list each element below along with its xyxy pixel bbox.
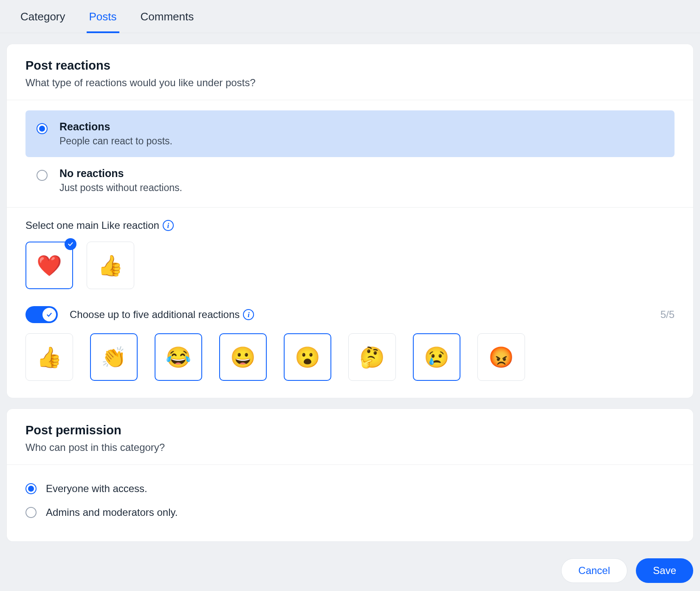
radio-icon bbox=[25, 483, 37, 494]
footer-actions: Cancel Save bbox=[0, 541, 700, 591]
post-reactions-card: Post reactions What type of reactions wo… bbox=[7, 44, 693, 398]
post-permission-subtitle: Who can post in this category? bbox=[25, 442, 675, 453]
reaction-joy[interactable]: 😂 bbox=[155, 333, 202, 381]
post-reactions-subtitle: What type of reactions would you like un… bbox=[25, 77, 675, 89]
post-permission-header: Post permission Who can post in this cat… bbox=[7, 409, 693, 465]
tabs-bar: Category Posts Comments bbox=[0, 0, 700, 33]
option-reactions-off[interactable]: No reactions Just posts without reaction… bbox=[25, 157, 675, 204]
additional-reactions-row: 👍 👏 😂 😀 😮 🤔 😢 bbox=[25, 333, 675, 381]
thinking-icon: 🤔 bbox=[359, 345, 385, 369]
additional-label-row: Choose up to five additional reactions i bbox=[70, 309, 254, 321]
additional-toggle-row: Choose up to five additional reactions i… bbox=[25, 306, 675, 323]
thumbs-up-icon: 👍 bbox=[98, 253, 123, 278]
toggle-knob bbox=[42, 308, 56, 321]
reaction-thinking[interactable]: 🤔 bbox=[348, 333, 396, 381]
permission-label: Admins and moderators only. bbox=[46, 507, 178, 518]
option-title: No reactions bbox=[59, 167, 182, 180]
reaction-clap[interactable]: 👏 bbox=[90, 333, 138, 381]
sad-icon: 😢 bbox=[424, 345, 449, 369]
radio-icon bbox=[25, 507, 37, 518]
post-reactions-header: Post reactions What type of reactions wo… bbox=[7, 44, 693, 100]
additional-reactions-label: Choose up to five additional reactions bbox=[70, 309, 240, 321]
wow-icon: 😮 bbox=[295, 345, 320, 369]
reaction-smile[interactable]: 😀 bbox=[219, 333, 267, 381]
info-icon[interactable]: i bbox=[163, 220, 174, 231]
tab-comments[interactable]: Comments bbox=[141, 10, 194, 33]
main-like-label: Select one main Like reaction bbox=[25, 220, 159, 231]
permission-admins-only[interactable]: Admins and moderators only. bbox=[25, 501, 675, 524]
heart-icon: ❤️ bbox=[37, 253, 62, 278]
post-permission-body: Everyone with access. Admins and moderat… bbox=[7, 465, 693, 541]
post-permission-card: Post permission Who can post in this cat… bbox=[7, 409, 693, 541]
tab-posts[interactable]: Posts bbox=[89, 10, 117, 33]
option-desc: People can react to posts. bbox=[59, 135, 172, 147]
reaction-wow[interactable]: 😮 bbox=[284, 333, 331, 381]
post-reactions-body: Reactions People can react to posts. No … bbox=[7, 100, 693, 398]
additional-reactions-toggle[interactable] bbox=[25, 306, 58, 323]
option-desc: Just posts without reactions. bbox=[59, 182, 182, 194]
option-reactions-on[interactable]: Reactions People can react to posts. bbox=[25, 110, 675, 157]
permission-everyone[interactable]: Everyone with access. bbox=[25, 477, 675, 501]
smile-icon: 😀 bbox=[230, 345, 256, 369]
reaction-sad[interactable]: 😢 bbox=[413, 333, 460, 381]
radio-icon bbox=[37, 170, 48, 181]
option-title: Reactions bbox=[59, 121, 172, 133]
radio-icon bbox=[37, 123, 48, 134]
additional-reactions-counter: 5/5 bbox=[660, 309, 675, 321]
joy-icon: 😂 bbox=[166, 345, 191, 369]
post-reactions-title: Post reactions bbox=[25, 59, 675, 73]
main-like-row: ❤️ 👍 bbox=[25, 242, 675, 289]
main-like-heart[interactable]: ❤️ bbox=[25, 242, 73, 289]
reaction-angry[interactable]: 😡 bbox=[477, 333, 525, 381]
post-permission-title: Post permission bbox=[25, 423, 675, 437]
save-button[interactable]: Save bbox=[636, 558, 693, 583]
cancel-button[interactable]: Cancel bbox=[561, 558, 628, 583]
tab-category[interactable]: Category bbox=[20, 10, 65, 33]
reaction-thumbs-up[interactable]: 👍 bbox=[25, 333, 73, 381]
divider bbox=[7, 207, 693, 208]
main-like-label-row: Select one main Like reaction i bbox=[25, 220, 675, 231]
angry-icon: 😡 bbox=[488, 345, 514, 369]
thumbs-up-icon: 👍 bbox=[37, 345, 62, 369]
main-like-thumbs-up[interactable]: 👍 bbox=[87, 242, 134, 289]
permission-label: Everyone with access. bbox=[46, 483, 147, 495]
clap-icon: 👏 bbox=[101, 345, 127, 369]
check-badge-icon bbox=[65, 238, 76, 250]
info-icon[interactable]: i bbox=[243, 309, 254, 320]
